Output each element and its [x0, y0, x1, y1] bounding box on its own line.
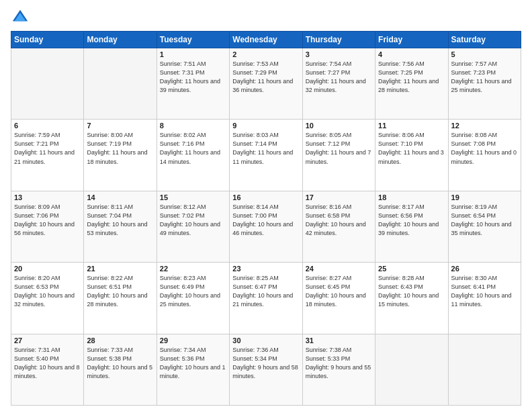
calendar-table: SundayMondayTuesdayWednesdayThursdayFrid… — [11, 31, 521, 406]
calendar-cell: 25Sunrise: 8:28 AMSunset: 6:43 PMDayligh… — [375, 263, 448, 334]
day-info: Sunrise: 8:27 AMSunset: 6:45 PMDaylight:… — [306, 274, 372, 309]
day-number: 16 — [232, 193, 299, 201]
day-info: Sunrise: 7:38 AMSunset: 5:33 PMDaylight:… — [306, 346, 372, 381]
day-number: 5 — [451, 50, 518, 58]
day-info: Sunrise: 7:57 AMSunset: 7:23 PMDaylight:… — [451, 60, 518, 95]
calendar-cell: 2Sunrise: 7:53 AMSunset: 7:29 PMDaylight… — [230, 48, 302, 120]
weekday-header-thursday: Thursday — [302, 32, 375, 48]
calendar-cell: 9Sunrise: 8:03 AMSunset: 7:14 PMDaylight… — [230, 120, 302, 191]
logo — [11, 8, 32, 27]
calendar-cell: 5Sunrise: 7:57 AMSunset: 7:23 PMDaylight… — [448, 48, 521, 120]
calendar-cell: 22Sunrise: 8:23 AMSunset: 6:49 PMDayligh… — [157, 263, 229, 334]
day-number: 13 — [14, 193, 81, 201]
calendar-cell: 20Sunrise: 8:20 AMSunset: 6:53 PMDayligh… — [11, 263, 84, 334]
day-info: Sunrise: 8:14 AMSunset: 7:00 PMDaylight:… — [232, 203, 299, 238]
calendar-cell: 13Sunrise: 8:09 AMSunset: 7:06 PMDayligh… — [11, 191, 84, 262]
day-info: Sunrise: 8:19 AMSunset: 6:54 PMDaylight:… — [451, 203, 518, 238]
day-number: 7 — [87, 122, 153, 130]
weekday-header-monday: Monday — [84, 32, 157, 48]
calendar-cell: 28Sunrise: 7:33 AMSunset: 5:38 PMDayligh… — [84, 334, 157, 405]
calendar-week-row: 13Sunrise: 8:09 AMSunset: 7:06 PMDayligh… — [11, 191, 521, 262]
calendar-cell — [84, 48, 157, 120]
day-info: Sunrise: 8:11 AMSunset: 7:04 PMDaylight:… — [87, 203, 153, 238]
day-number: 8 — [160, 122, 226, 130]
calendar-cell: 12Sunrise: 8:08 AMSunset: 7:08 PMDayligh… — [448, 120, 521, 191]
weekday-header-sunday: Sunday — [11, 32, 84, 48]
weekday-header-row: SundayMondayTuesdayWednesdayThursdayFrid… — [11, 32, 521, 48]
calendar-week-row: 6Sunrise: 7:59 AMSunset: 7:21 PMDaylight… — [11, 120, 521, 191]
day-number: 19 — [451, 193, 518, 201]
day-info: Sunrise: 8:03 AMSunset: 7:14 PMDaylight:… — [232, 131, 299, 166]
day-number: 14 — [87, 193, 153, 201]
day-number: 31 — [306, 336, 372, 345]
day-number: 23 — [232, 265, 299, 273]
calendar-cell: 3Sunrise: 7:54 AMSunset: 7:27 PMDaylight… — [302, 48, 375, 120]
day-number: 29 — [160, 336, 226, 345]
calendar-cell — [11, 48, 84, 120]
day-info: Sunrise: 7:33 AMSunset: 5:38 PMDaylight:… — [87, 346, 153, 381]
calendar-cell: 27Sunrise: 7:31 AMSunset: 5:40 PMDayligh… — [11, 334, 84, 405]
day-info: Sunrise: 8:25 AMSunset: 6:47 PMDaylight:… — [232, 274, 299, 309]
day-number: 9 — [232, 122, 299, 130]
weekday-header-tuesday: Tuesday — [157, 32, 229, 48]
day-info: Sunrise: 7:51 AMSunset: 7:31 PMDaylight:… — [160, 60, 226, 95]
day-number: 11 — [378, 122, 445, 130]
day-number: 30 — [232, 336, 299, 345]
calendar-cell: 11Sunrise: 8:06 AMSunset: 7:10 PMDayligh… — [375, 120, 448, 191]
day-number: 26 — [451, 265, 518, 273]
calendar-cell: 31Sunrise: 7:38 AMSunset: 5:33 PMDayligh… — [302, 334, 375, 405]
day-info: Sunrise: 8:23 AMSunset: 6:49 PMDaylight:… — [160, 274, 226, 309]
calendar-cell: 14Sunrise: 8:11 AMSunset: 7:04 PMDayligh… — [84, 191, 157, 262]
calendar-cell: 6Sunrise: 7:59 AMSunset: 7:21 PMDaylight… — [11, 120, 84, 191]
day-info: Sunrise: 8:08 AMSunset: 7:08 PMDaylight:… — [451, 131, 518, 166]
day-info: Sunrise: 8:16 AMSunset: 6:58 PMDaylight:… — [306, 203, 372, 238]
day-number: 3 — [306, 50, 372, 58]
day-info: Sunrise: 8:02 AMSunset: 7:16 PMDaylight:… — [160, 131, 226, 166]
day-number: 27 — [14, 336, 81, 345]
day-info: Sunrise: 8:17 AMSunset: 6:56 PMDaylight:… — [378, 203, 445, 238]
day-number: 2 — [232, 50, 299, 58]
day-info: Sunrise: 8:22 AMSunset: 6:51 PMDaylight:… — [87, 274, 153, 309]
calendar-cell: 30Sunrise: 7:36 AMSunset: 5:34 PMDayligh… — [230, 334, 302, 405]
calendar-cell: 10Sunrise: 8:05 AMSunset: 7:12 PMDayligh… — [302, 120, 375, 191]
calendar-cell: 7Sunrise: 8:00 AMSunset: 7:19 PMDaylight… — [84, 120, 157, 191]
calendar-week-row: 1Sunrise: 7:51 AMSunset: 7:31 PMDaylight… — [11, 48, 521, 120]
day-number: 18 — [378, 193, 445, 201]
calendar-cell: 18Sunrise: 8:17 AMSunset: 6:56 PMDayligh… — [375, 191, 448, 262]
day-info: Sunrise: 7:59 AMSunset: 7:21 PMDaylight:… — [14, 131, 81, 166]
day-info: Sunrise: 8:06 AMSunset: 7:10 PMDaylight:… — [378, 131, 445, 166]
calendar-cell: 23Sunrise: 8:25 AMSunset: 6:47 PMDayligh… — [230, 263, 302, 334]
calendar-cell: 29Sunrise: 7:34 AMSunset: 5:36 PMDayligh… — [157, 334, 229, 405]
calendar-cell: 16Sunrise: 8:14 AMSunset: 7:00 PMDayligh… — [230, 191, 302, 262]
day-number: 20 — [14, 265, 81, 273]
day-info: Sunrise: 8:20 AMSunset: 6:53 PMDaylight:… — [14, 274, 81, 309]
day-number: 6 — [14, 122, 81, 130]
day-number: 1 — [160, 50, 226, 58]
day-info: Sunrise: 8:30 AMSunset: 6:41 PMDaylight:… — [451, 274, 518, 309]
day-number: 17 — [306, 193, 372, 201]
calendar-week-row: 27Sunrise: 7:31 AMSunset: 5:40 PMDayligh… — [11, 334, 521, 405]
calendar-cell — [448, 334, 521, 405]
day-number: 15 — [160, 193, 226, 201]
day-info: Sunrise: 7:56 AMSunset: 7:25 PMDaylight:… — [378, 60, 445, 95]
weekday-header-saturday: Saturday — [448, 32, 521, 48]
weekday-header-wednesday: Wednesday — [230, 32, 302, 48]
calendar-cell: 17Sunrise: 8:16 AMSunset: 6:58 PMDayligh… — [302, 191, 375, 262]
day-info: Sunrise: 8:05 AMSunset: 7:12 PMDaylight:… — [306, 131, 372, 166]
page-header — [11, 8, 521, 27]
day-info: Sunrise: 8:28 AMSunset: 6:43 PMDaylight:… — [378, 274, 445, 309]
day-number: 4 — [378, 50, 445, 58]
calendar-cell: 26Sunrise: 8:30 AMSunset: 6:41 PMDayligh… — [448, 263, 521, 334]
logo-icon — [11, 8, 30, 27]
calendar-cell — [375, 334, 448, 405]
day-number: 10 — [306, 122, 372, 130]
day-info: Sunrise: 8:12 AMSunset: 7:02 PMDaylight:… — [160, 203, 226, 238]
calendar-week-row: 20Sunrise: 8:20 AMSunset: 6:53 PMDayligh… — [11, 263, 521, 334]
calendar-cell: 24Sunrise: 8:27 AMSunset: 6:45 PMDayligh… — [302, 263, 375, 334]
day-info: Sunrise: 8:09 AMSunset: 7:06 PMDaylight:… — [14, 203, 81, 238]
day-number: 22 — [160, 265, 226, 273]
day-info: Sunrise: 7:34 AMSunset: 5:36 PMDaylight:… — [160, 346, 226, 381]
calendar-cell: 4Sunrise: 7:56 AMSunset: 7:25 PMDaylight… — [375, 48, 448, 120]
day-number: 24 — [306, 265, 372, 273]
day-number: 12 — [451, 122, 518, 130]
